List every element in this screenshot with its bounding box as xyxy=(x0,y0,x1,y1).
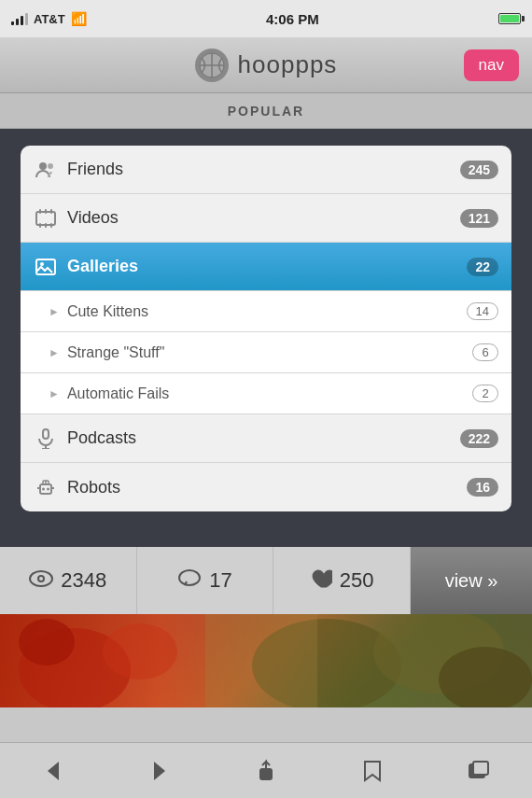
time-display: 4:06 PM xyxy=(266,11,319,27)
image-strip xyxy=(0,614,532,707)
eye-icon xyxy=(29,570,53,592)
chevron-icon-2: ► xyxy=(49,346,60,359)
svg-rect-12 xyxy=(43,429,49,439)
svg-point-18 xyxy=(42,488,45,491)
friends-label: Friends xyxy=(67,160,460,179)
menu-item-podcasts[interactable]: Podcasts 222 xyxy=(21,414,511,463)
robots-badge: 16 xyxy=(467,478,498,497)
friends-badge: 245 xyxy=(460,161,498,179)
comments-cell: 17 xyxy=(137,547,274,614)
chevron-icon-3: ► xyxy=(49,387,60,400)
svg-rect-15 xyxy=(40,484,51,494)
battery-icon xyxy=(498,13,521,24)
sub-item-cute-kittens[interactable]: ► Cute Kittens 14 xyxy=(21,291,511,332)
sub-item-strange-stuff[interactable]: ► Strange "Stuff" 6 xyxy=(21,332,511,373)
cute-kittens-badge: 14 xyxy=(467,302,498,320)
svg-marker-33 xyxy=(48,762,59,780)
mic-icon xyxy=(34,428,58,449)
forward-button[interactable] xyxy=(136,752,183,790)
chevron-icon: ► xyxy=(49,305,60,318)
people-icon xyxy=(34,160,58,180)
svg-rect-37 xyxy=(473,762,488,775)
app-title: hooppps xyxy=(238,50,338,79)
menu-item-videos[interactable]: Videos 121 xyxy=(21,194,511,243)
header: hooppps nav xyxy=(0,37,532,93)
svg-point-1 xyxy=(39,162,47,170)
galleries-label: Galleries xyxy=(67,257,467,276)
carrier-label: AT&T xyxy=(34,12,65,26)
menu-item-friends[interactable]: Friends 245 xyxy=(21,146,511,194)
view-button[interactable]: view » xyxy=(411,547,532,614)
share-button[interactable] xyxy=(243,752,289,790)
comment-icon xyxy=(177,568,202,594)
svg-rect-9 xyxy=(50,223,52,228)
image-icon xyxy=(34,257,58,277)
svg-rect-6 xyxy=(50,209,52,214)
likes-value: 250 xyxy=(340,568,374,593)
videos-badge: 121 xyxy=(460,209,498,228)
svg-rect-4 xyxy=(39,209,41,214)
galleries-badge: 22 xyxy=(467,258,498,276)
podcasts-label: Podcasts xyxy=(67,428,460,448)
popular-text: POPULAR xyxy=(228,104,304,119)
svg-rect-3 xyxy=(36,212,55,225)
popular-label: POPULAR xyxy=(0,93,532,129)
logo-area: hooppps xyxy=(195,49,338,82)
nav-button[interactable]: nav xyxy=(464,49,519,81)
bottom-bar xyxy=(0,742,532,798)
svg-point-2 xyxy=(48,163,53,169)
comments-value: 17 xyxy=(209,568,231,593)
svg-rect-8 xyxy=(45,223,47,228)
cute-kittens-label: Cute Kittens xyxy=(67,303,467,320)
tabs-button[interactable] xyxy=(455,752,502,790)
bookmark-button[interactable] xyxy=(349,752,396,790)
svg-rect-5 xyxy=(45,209,47,214)
stats-bar: 2348 17 250 view » xyxy=(0,547,532,614)
svg-rect-35 xyxy=(260,769,272,779)
svg-point-11 xyxy=(40,262,44,266)
podcasts-badge: 222 xyxy=(460,429,498,448)
svg-point-19 xyxy=(47,488,49,491)
svg-rect-7 xyxy=(39,223,41,228)
heart-icon xyxy=(310,568,332,594)
automatic-fails-badge: 2 xyxy=(472,385,498,402)
robot-icon xyxy=(34,477,58,497)
views-value: 2348 xyxy=(61,568,106,593)
automatic-fails-label: Automatic Fails xyxy=(67,385,472,402)
basketball-svg xyxy=(199,52,225,78)
views-cell: 2348 xyxy=(0,547,137,614)
back-button[interactable] xyxy=(30,752,77,790)
wifi-icon: 📶 xyxy=(71,11,87,26)
svg-rect-32 xyxy=(205,614,317,707)
film-icon xyxy=(34,208,58,229)
svg-marker-34 xyxy=(154,762,165,780)
logo-icon xyxy=(195,49,229,82)
card-arrow xyxy=(21,511,511,536)
main-card: Friends 245 Videos 121 xyxy=(0,129,532,547)
menu-item-galleries[interactable]: Galleries 22 xyxy=(21,243,511,291)
videos-label: Videos xyxy=(67,208,460,228)
svg-point-25 xyxy=(179,570,200,585)
strange-stuff-label: Strange "Stuff" xyxy=(67,344,472,361)
robots-label: Robots xyxy=(67,478,467,497)
likes-cell: 250 xyxy=(273,547,411,614)
svg-point-27 xyxy=(103,623,177,679)
strange-stuff-badge: 6 xyxy=(472,343,498,361)
status-bar: AT&T 📶 4:06 PM xyxy=(0,0,532,37)
menu-list: Friends 245 Videos 121 xyxy=(21,146,511,511)
svg-point-28 xyxy=(19,619,75,665)
menu-item-robots[interactable]: Robots 16 xyxy=(21,463,511,511)
svg-point-24 xyxy=(39,577,43,581)
signal-icon xyxy=(11,12,28,25)
sub-item-automatic-fails[interactable]: ► Automatic Fails 2 xyxy=(21,373,511,414)
image-decoration xyxy=(0,614,532,707)
